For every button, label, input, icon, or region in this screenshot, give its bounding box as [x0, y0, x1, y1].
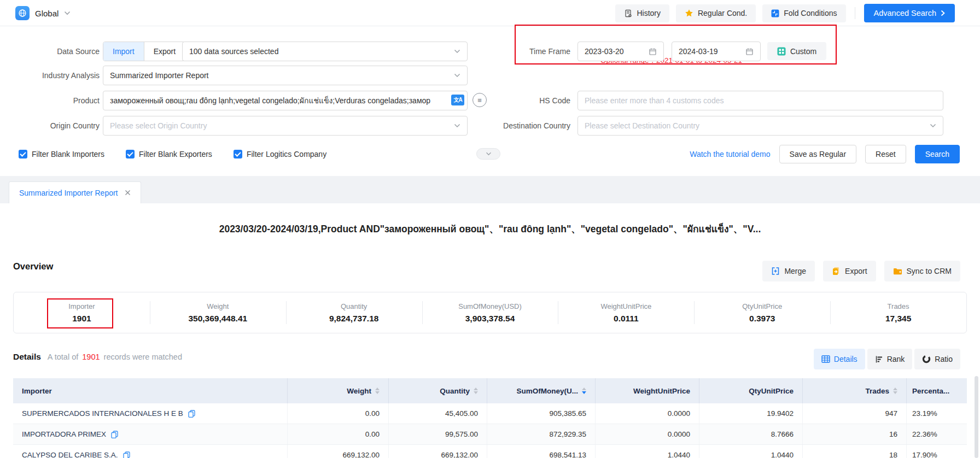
- form-actions: Watch the tutorial demo Save as Regular …: [690, 145, 960, 163]
- view-rank-label: Rank: [887, 355, 905, 363]
- calendar-icon: [649, 48, 657, 56]
- translate-icon[interactable]: 文A: [451, 95, 464, 105]
- end-date-value: 2024-03-19: [679, 47, 718, 56]
- end-date-input[interactable]: 2024-03-19: [672, 42, 761, 61]
- origin-country-select[interactable]: Please select Origin Country: [103, 116, 468, 136]
- data-sources-select[interactable]: 100 data sources selected: [182, 42, 468, 61]
- history-button[interactable]: History: [615, 4, 669, 22]
- star-icon: [685, 9, 693, 17]
- close-icon[interactable]: [125, 190, 131, 196]
- table-row: SUPERMERCADOS INTERNACIONALES H E B 0.00…: [13, 403, 967, 424]
- hs-code-input[interactable]: [578, 91, 943, 110]
- importer-name-cell[interactable]: SUPERMERCADOS INTERNACIONALES H E B: [13, 403, 287, 424]
- merge-label: Merge: [784, 267, 806, 275]
- col-header-percentage: Percenta...: [906, 378, 967, 403]
- custom-grid-icon: [777, 47, 786, 56]
- advanced-search-label: Advanced Search: [874, 9, 936, 17]
- stat-value: 350,369,448.41: [188, 314, 247, 324]
- tab-bar: Summarized Importer Report: [0, 176, 980, 203]
- translate-icon-label: 文A: [453, 96, 462, 104]
- fold-conditions-button[interactable]: Fold Conditions: [762, 4, 845, 22]
- tab-title: Summarized Importer Report: [19, 189, 118, 197]
- sort-carets-icon[interactable]: [893, 387, 897, 394]
- rank-bars-icon: [875, 355, 883, 363]
- details-subtitle: A total of 1901 records were matched: [48, 353, 182, 361]
- details-summary: Details A total of 1901 records were mat…: [13, 352, 182, 362]
- sort-carets-icon[interactable]: [582, 387, 586, 394]
- start-date-value: 2023-03-20: [585, 47, 624, 56]
- chevron-down-icon: [64, 11, 71, 15]
- table-row: CALYPSO DEL CARIBE S.A. 669,132.00 669,1…: [13, 445, 967, 458]
- topbar-actions: History Regular Cond. Fold Conditions Ad…: [615, 0, 955, 26]
- sync-to-crm-label: Sync to CRM: [907, 267, 952, 275]
- copy-icon[interactable]: [111, 431, 118, 438]
- checkbox-checked-icon: [19, 150, 27, 158]
- vertical-scrollbar[interactable]: [975, 376, 978, 458]
- start-date-input[interactable]: 2023-03-20: [578, 42, 664, 61]
- sync-folder-icon: [893, 267, 902, 275]
- filter-blank-importers-checkbox[interactable]: Filter Blank Importers: [19, 150, 104, 158]
- total-count: 1901: [82, 353, 100, 361]
- view-details-button[interactable]: Details: [814, 349, 865, 369]
- industry-analysis-select[interactable]: Summarized Importer Report: [103, 66, 468, 85]
- import-option[interactable]: Import: [103, 42, 144, 61]
- sort-carets-icon[interactable]: [375, 387, 380, 394]
- advanced-search-button[interactable]: Advanced Search: [864, 4, 955, 22]
- stat-value: 0.3973: [749, 314, 775, 324]
- search-form: Data Source Import Export 100 data sourc…: [0, 26, 980, 176]
- export-button[interactable]: Export: [823, 261, 876, 281]
- tab-summarized-importer-report[interactable]: Summarized Importer Report: [9, 181, 141, 203]
- stat-label: Trades: [888, 302, 909, 310]
- filter-logitics-company-checkbox[interactable]: Filter Logitics Company: [234, 150, 326, 158]
- origin-country-placeholder: Please select Origin Country: [110, 121, 207, 130]
- col-header-sum-of-money[interactable]: SumOfMoney(U...: [487, 378, 595, 403]
- export-option[interactable]: Export: [144, 42, 185, 61]
- weight-cell: 669,132.00: [287, 445, 388, 458]
- stat-qty-unit-price: QtyUnitPrice 0.3973: [694, 292, 830, 333]
- query-title: 2023/03/20-2024/03/19,Product AND"заморо…: [0, 221, 980, 237]
- view-rank-button[interactable]: Rank: [867, 349, 913, 369]
- col-header-weight-unit-price: WeightUnitPrice: [595, 378, 699, 403]
- col-header-quantity[interactable]: Quantity: [388, 378, 487, 403]
- merge-button[interactable]: Merge: [762, 261, 815, 281]
- history-icon: [624, 9, 632, 17]
- collapse-form-button[interactable]: [476, 148, 500, 160]
- stat-label: Weight: [207, 302, 229, 310]
- sum-of-money-cell: 872,929.35: [487, 424, 595, 444]
- search-button[interactable]: Search: [915, 145, 960, 163]
- topbar: Global History Regular Cond.: [0, 0, 980, 26]
- details-heading: Details: [13, 352, 41, 362]
- qty-unit-price-cell: 8.7666: [699, 424, 802, 444]
- ratio-donut-icon: [922, 355, 931, 363]
- save-as-regular-button[interactable]: Save as Regular: [779, 145, 857, 163]
- view-ratio-button[interactable]: Ratio: [914, 349, 960, 369]
- tutorial-demo-link[interactable]: Watch the tutorial demo: [690, 150, 770, 158]
- col-header-qty-unit-price: QtyUnitPrice: [699, 378, 802, 403]
- region-switcher[interactable]: Global: [15, 0, 71, 26]
- total-prefix: A total of: [48, 353, 78, 361]
- quantity-cell: 669,132.00: [388, 445, 487, 458]
- destination-country-select[interactable]: Please select Destination Country: [578, 116, 943, 136]
- reset-button[interactable]: Reset: [865, 145, 906, 163]
- custom-range-button[interactable]: Custom: [767, 42, 826, 60]
- fold-conditions-label: Fold Conditions: [784, 9, 837, 17]
- importer-name-cell[interactable]: IMPORTADORA PRIMEX: [13, 424, 287, 444]
- region-label: Global: [35, 9, 59, 18]
- product-input[interactable]: [103, 91, 468, 110]
- stat-value: 3,903,378.54: [465, 314, 515, 324]
- copy-icon[interactable]: [123, 451, 130, 458]
- sync-to-crm-button[interactable]: Sync to CRM: [884, 261, 960, 281]
- overview-actions: Merge Export Sync to CRM: [762, 261, 960, 281]
- stat-value: 0.0111: [614, 314, 639, 324]
- importer-name-cell[interactable]: CALYPSO DEL CARIBE S.A.: [13, 445, 287, 458]
- col-header-trades[interactable]: Trades: [802, 378, 906, 403]
- sort-carets-icon[interactable]: [474, 387, 478, 394]
- col-header-weight[interactable]: Weight: [287, 378, 388, 403]
- filter-blank-exporters-checkbox[interactable]: Filter Blank Exporters: [126, 150, 212, 158]
- regular-cond-button[interactable]: Regular Cond.: [676, 4, 756, 22]
- filter-blank-importers-label: Filter Blank Importers: [32, 150, 104, 158]
- copy-icon[interactable]: [188, 410, 195, 418]
- sum-of-money-cell: 905,385.65: [487, 403, 595, 424]
- chevron-right-icon: [941, 10, 945, 16]
- export-label: Export: [845, 267, 867, 275]
